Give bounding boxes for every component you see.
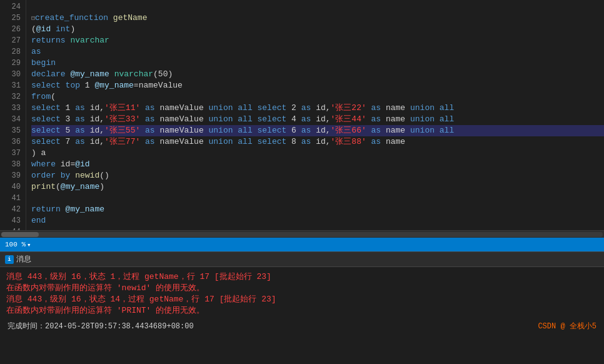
code-line: begin — [31, 58, 604, 69]
line-number: 28 — [0, 46, 21, 58]
horizontal-scrollbar[interactable] — [0, 230, 604, 238]
line-number: 33 — [0, 103, 21, 114]
line-number: 43 — [0, 215, 21, 226]
line-number: 42 — [0, 204, 21, 215]
code-line — [31, 226, 604, 230]
editor-area: 2425262728293031323334353637383940414243… — [0, 0, 604, 251]
code-line: (@id int) — [31, 24, 604, 35]
code-line: from( — [31, 91, 604, 103]
completion-text: 完成时间：2024-05-28T09:57:38.4434689+08:00 — [8, 321, 194, 331]
code-line: declare @my_name nvarchar(50) — [31, 69, 604, 80]
code-line: order by newid() — [31, 170, 604, 181]
code-lines: ⊟create_function getName (@id int) retur… — [26, 0, 604, 230]
code-line: ⊟create_function getName — [31, 13, 604, 24]
zoom-dropdown-icon[interactable]: ▾ — [27, 241, 31, 249]
scrollbar-thumb[interactable] — [1, 232, 39, 237]
message-header: i 消息 — [0, 252, 604, 267]
line-number: 29 — [0, 58, 21, 69]
line-number: 40 — [0, 181, 21, 193]
zoom-label: 100 % — [5, 241, 26, 248]
message-panel: i 消息 消息 443，级别 16，状态 1，过程 getName，行 17 [… — [0, 251, 604, 364]
message-header-label: 消息 — [16, 254, 31, 265]
code-line: as — [31, 46, 604, 58]
error-message: 在函数内对带副作用的运算符 'PRINT' 的使用无效。 — [6, 305, 598, 316]
code-line: select top 1 @my_name=nameValue — [31, 80, 604, 91]
line-number: 44 — [0, 226, 21, 230]
line-number: 25 — [0, 13, 21, 24]
line-number: 38 — [0, 159, 21, 170]
line-number: 24 — [0, 1, 21, 13]
error-message: 消息 443，级别 16，状态 1，过程 getName，行 17 [批起始行 … — [6, 271, 598, 282]
line-number: 27 — [0, 35, 21, 46]
line-number: 36 — [0, 136, 21, 148]
message-content: 消息 443，级别 16，状态 1，过程 getName，行 17 [批起始行 … — [0, 267, 604, 364]
line-number: 41 — [0, 193, 21, 204]
code-line — [31, 193, 604, 204]
line-number: 34 — [0, 114, 21, 125]
error-message: 消息 443，级别 16，状态 14，过程 getName，行 17 [批起始行… — [6, 293, 598, 305]
code-line: select 1 as id,'张三11' as nameValue union… — [31, 103, 604, 114]
completion-line: 完成时间：2024-05-28T09:57:38.4434689+08:00CS… — [6, 321, 598, 331]
line-number: 35 — [0, 125, 21, 136]
line-number: 30 — [0, 69, 21, 80]
error-message: 在函数内对带副作用的运算符 'newid' 的使用无效。 — [6, 282, 598, 293]
code-line — [31, 1, 604, 13]
code-container: 2425262728293031323334353637383940414243… — [0, 0, 604, 230]
line-number: 37 — [0, 148, 21, 159]
code-line: end — [31, 215, 604, 226]
code-line: returns nvarchar — [31, 35, 604, 46]
code-line: select 3 as id,'张三33' as nameValue union… — [31, 114, 604, 125]
line-number: 39 — [0, 170, 21, 181]
status-bar: 100 % ▾ — [0, 238, 604, 251]
line-number: 31 — [0, 80, 21, 91]
code-line: print(@my_name) — [31, 181, 604, 193]
line-numbers: 2425262728293031323334353637383940414243… — [0, 0, 26, 230]
scrollbar-track[interactable] — [1, 232, 603, 237]
zoom-control: 100 % ▾ — [5, 241, 31, 249]
code-line: return @my_name — [31, 204, 604, 215]
line-number: 26 — [0, 24, 21, 35]
code-line: where id=@id — [31, 159, 604, 170]
code-line: ) a — [31, 148, 604, 159]
message-icon: i — [5, 255, 14, 264]
code-line: select 5 as id,'张三55' as nameValue union… — [31, 125, 604, 136]
code-line: select 7 as id,'张三77' as nameValue union… — [31, 136, 604, 148]
line-number: 32 — [0, 91, 21, 103]
csdn-badge: CSDN @ 全栈小5 — [538, 321, 596, 331]
